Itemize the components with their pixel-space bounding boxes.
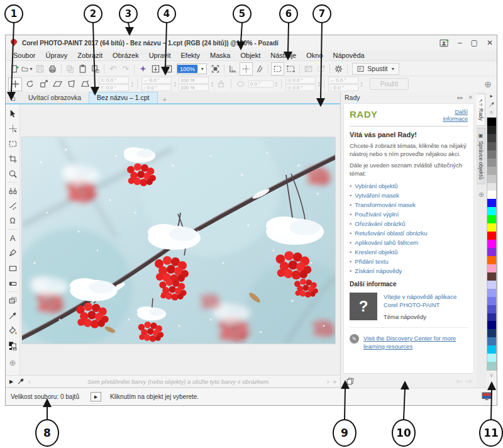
save-icon[interactable]	[34, 63, 46, 75]
color-swatch[interactable]	[487, 256, 496, 264]
export-icon[interactable]	[162, 63, 174, 75]
color-swatch[interactable]	[487, 297, 496, 305]
show-object-marquee-icon[interactable]	[285, 63, 297, 75]
color-swatch[interactable]	[487, 345, 496, 354]
position-y-field[interactable]: Y:0.0 "	[99, 84, 129, 91]
color-swatch[interactable]	[487, 150, 496, 159]
color-swatch[interactable]	[487, 142, 496, 150]
image-palette-end-icon[interactable]: »	[333, 378, 336, 385]
color-swatch[interactable]	[487, 118, 496, 126]
scale-spinner[interactable]: ▲▼	[211, 81, 214, 87]
copy-icon[interactable]	[64, 63, 76, 75]
scale-h-field[interactable]: 100 %	[179, 77, 209, 84]
zoom-tool-icon[interactable]	[6, 166, 19, 181]
topic-link[interactable]: •Ořezávání obrázků	[350, 219, 468, 228]
menu-maska[interactable]: Maska	[205, 51, 235, 60]
docker-tab-object-manager[interactable]: ▣ Správce objektů	[477, 128, 485, 184]
mask-transform-tool-icon[interactable]	[6, 121, 19, 136]
options-gear-icon[interactable]	[333, 63, 345, 75]
color-swatch[interactable]	[487, 272, 496, 281]
import-icon[interactable]	[150, 63, 162, 75]
color-swatch[interactable]	[487, 215, 496, 223]
redo-icon[interactable]: ↷	[119, 63, 131, 75]
zoom-level-combo[interactable]: 100% ▼	[177, 64, 207, 74]
menu-okno[interactable]: Okno	[301, 51, 328, 60]
menu-efekty[interactable]: Efekty	[176, 51, 206, 60]
menu-upravy[interactable]: Úpravy	[40, 51, 72, 60]
topic-link[interactable]: •Přidání textu	[350, 257, 468, 266]
topic-link[interactable]: •Aplikování tahů štětcem	[350, 238, 468, 247]
color-swatch[interactable]	[487, 175, 496, 183]
distort-mode-icon[interactable]	[65, 78, 77, 91]
color-swatch[interactable]	[487, 191, 496, 199]
toolbox-plus-icon[interactable]: ⊕	[9, 358, 16, 367]
menu-obrazek[interactable]: Obrázek	[108, 51, 144, 60]
rotate-mode-icon[interactable]	[23, 78, 36, 91]
help-question-icon[interactable]: ?	[350, 293, 377, 320]
navigator-pages-icon[interactable]	[346, 377, 355, 386]
scale-mode-icon[interactable]	[37, 78, 50, 91]
width-field[interactable]: ↔0.0 "	[141, 77, 172, 84]
image-window[interactable]	[20, 104, 340, 375]
text-tool-icon[interactable]: A	[6, 230, 19, 245]
topic-link[interactable]: •Kreslení objektů	[350, 247, 468, 257]
object-transparency-tool-icon[interactable]	[6, 293, 19, 308]
red-eye-removal-tool-icon[interactable]: Ω	[6, 213, 19, 228]
more-info-link[interactable]: Další informace	[435, 109, 468, 123]
help-welcome-link[interactable]: Vítejte v nápovědě aplikace Corel PHOTO-…	[384, 293, 468, 309]
palette-scroll-up-icon[interactable]: ∧	[490, 108, 494, 116]
back-arrow-icon[interactable]: ⇦	[456, 377, 462, 386]
color-swatch[interactable]	[487, 329, 496, 337]
show-guidelines-icon[interactable]	[253, 63, 265, 75]
undo-icon[interactable]: ↶	[107, 63, 119, 75]
topic-link[interactable]: •Používání výplní	[350, 210, 468, 219]
pick-tool-icon[interactable]	[6, 106, 19, 121]
perspective-mode-icon[interactable]	[79, 78, 91, 91]
color-swatch[interactable]	[487, 240, 496, 248]
zoom-level-value[interactable]: 100%	[177, 65, 197, 73]
color-swatch[interactable]	[487, 159, 496, 167]
color-swatch[interactable]	[487, 183, 496, 191]
scale-v-field[interactable]: 100 %	[179, 84, 209, 91]
palette-expand-icon[interactable]: ›	[490, 379, 492, 388]
clone-tool-icon[interactable]	[6, 183, 19, 198]
show-mask-marquee-icon[interactable]	[271, 62, 284, 76]
color-swatch[interactable]	[487, 313, 496, 322]
size-spinner[interactable]: ▲▼	[174, 81, 177, 87]
position-spinner[interactable]: ▲▼	[131, 81, 134, 87]
position-x-field[interactable]: X:0.0 "	[99, 77, 129, 84]
touch-up-tool-icon[interactable]	[6, 198, 19, 213]
apply-button[interactable]: Použít	[370, 78, 409, 90]
paint-tool-icon[interactable]	[6, 245, 19, 260]
close-button[interactable]: ✕	[487, 39, 493, 47]
angle-spinner[interactable]: ▲▼	[275, 81, 278, 87]
tab-document[interactable]: Bez názvu – 1.cpt	[89, 92, 157, 103]
customize-plus-icon[interactable]: ⊕	[484, 79, 492, 89]
skew-h-field[interactable]: ↔0.0 °	[328, 77, 358, 84]
eyedropper-tool-icon[interactable]	[6, 308, 19, 323]
rectangle-tool-icon[interactable]	[6, 260, 19, 276]
skew-mode-icon[interactable]	[51, 78, 64, 91]
color-swatch[interactable]	[487, 167, 496, 175]
skew-spinner[interactable]: ▲▼	[360, 81, 363, 87]
docker-close-icon[interactable]: ✕	[468, 94, 473, 101]
menu-nastroje[interactable]: Nástroje	[265, 51, 301, 60]
clip-mask-from-icon[interactable]	[315, 63, 327, 75]
color-swatch[interactable]	[487, 321, 496, 329]
home-icon[interactable]: ⌂	[6, 93, 21, 103]
image-palette-eyedropper-icon[interactable]	[17, 378, 25, 385]
topic-link[interactable]: •Vybírání objektů	[350, 181, 468, 191]
zoom-level-dropdown-icon[interactable]: ▼	[197, 67, 206, 71]
rectangle-mask-tool-icon[interactable]	[6, 136, 19, 151]
center-x-field[interactable]: ◎0.0 "	[285, 77, 316, 84]
menu-zobrazit[interactable]: Zobrazit	[72, 51, 108, 60]
print-icon[interactable]	[47, 63, 58, 75]
menu-soubor[interactable]: Soubor	[8, 51, 40, 60]
forward-arrow-icon[interactable]: ⇨	[466, 377, 472, 386]
paste-as-object-icon[interactable]	[89, 63, 101, 75]
color-swatch[interactable]	[487, 305, 496, 313]
image-palette-flyout-icon[interactable]: ▶	[9, 379, 13, 384]
color-swatch[interactable]	[487, 281, 496, 289]
new-document-icon[interactable]	[9, 63, 21, 75]
crop-tool-icon[interactable]	[6, 151, 19, 166]
